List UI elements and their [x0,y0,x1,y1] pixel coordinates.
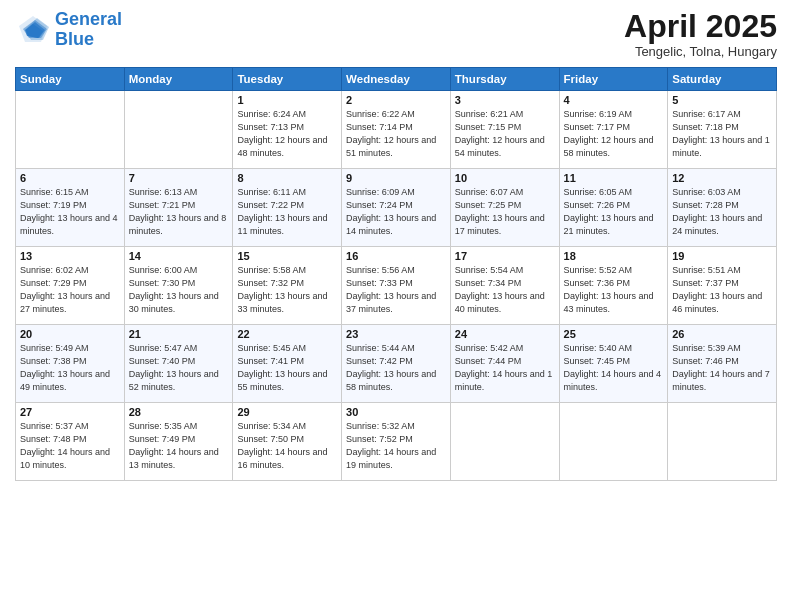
day-number: 12 [672,172,772,184]
calendar-cell: 26Sunrise: 5:39 AMSunset: 7:46 PMDayligh… [668,325,777,403]
calendar-cell: 27Sunrise: 5:37 AMSunset: 7:48 PMDayligh… [16,403,125,481]
calendar-cell: 3Sunrise: 6:21 AMSunset: 7:15 PMDaylight… [450,91,559,169]
title-block: April 2025 Tengelic, Tolna, Hungary [624,10,777,59]
day-number: 19 [672,250,772,262]
day-number: 11 [564,172,664,184]
day-number: 15 [237,250,337,262]
calendar-cell [16,91,125,169]
day-info: Sunrise: 6:19 AMSunset: 7:17 PMDaylight:… [564,108,664,160]
calendar-cell: 4Sunrise: 6:19 AMSunset: 7:17 PMDaylight… [559,91,668,169]
day-info: Sunrise: 5:42 AMSunset: 7:44 PMDaylight:… [455,342,555,394]
day-info: Sunrise: 5:45 AMSunset: 7:41 PMDaylight:… [237,342,337,394]
day-info: Sunrise: 6:03 AMSunset: 7:28 PMDaylight:… [672,186,772,238]
day-number: 21 [129,328,229,340]
calendar-cell: 16Sunrise: 5:56 AMSunset: 7:33 PMDayligh… [342,247,451,325]
calendar-cell: 5Sunrise: 6:17 AMSunset: 7:18 PMDaylight… [668,91,777,169]
day-info: Sunrise: 5:49 AMSunset: 7:38 PMDaylight:… [20,342,120,394]
day-info: Sunrise: 6:11 AMSunset: 7:22 PMDaylight:… [237,186,337,238]
col-thursday: Thursday [450,68,559,91]
day-number: 8 [237,172,337,184]
logo-line2: Blue [55,29,94,49]
day-number: 17 [455,250,555,262]
day-number: 27 [20,406,120,418]
calendar-cell: 19Sunrise: 5:51 AMSunset: 7:37 PMDayligh… [668,247,777,325]
day-number: 23 [346,328,446,340]
col-tuesday: Tuesday [233,68,342,91]
calendar-cell: 20Sunrise: 5:49 AMSunset: 7:38 PMDayligh… [16,325,125,403]
day-number: 9 [346,172,446,184]
day-number: 25 [564,328,664,340]
calendar-row-4: 20Sunrise: 5:49 AMSunset: 7:38 PMDayligh… [16,325,777,403]
calendar-cell: 7Sunrise: 6:13 AMSunset: 7:21 PMDaylight… [124,169,233,247]
day-info: Sunrise: 5:47 AMSunset: 7:40 PMDaylight:… [129,342,229,394]
day-info: Sunrise: 6:07 AMSunset: 7:25 PMDaylight:… [455,186,555,238]
day-number: 16 [346,250,446,262]
col-monday: Monday [124,68,233,91]
day-number: 5 [672,94,772,106]
day-info: Sunrise: 5:35 AMSunset: 7:49 PMDaylight:… [129,420,229,472]
calendar-cell: 15Sunrise: 5:58 AMSunset: 7:32 PMDayligh… [233,247,342,325]
col-wednesday: Wednesday [342,68,451,91]
day-info: Sunrise: 5:44 AMSunset: 7:42 PMDaylight:… [346,342,446,394]
day-info: Sunrise: 6:09 AMSunset: 7:24 PMDaylight:… [346,186,446,238]
calendar-cell: 9Sunrise: 6:09 AMSunset: 7:24 PMDaylight… [342,169,451,247]
logo-line1: General [55,9,122,29]
day-number: 18 [564,250,664,262]
calendar-cell: 29Sunrise: 5:34 AMSunset: 7:50 PMDayligh… [233,403,342,481]
day-info: Sunrise: 5:34 AMSunset: 7:50 PMDaylight:… [237,420,337,472]
day-number: 28 [129,406,229,418]
day-info: Sunrise: 5:54 AMSunset: 7:34 PMDaylight:… [455,264,555,316]
calendar-row-5: 27Sunrise: 5:37 AMSunset: 7:48 PMDayligh… [16,403,777,481]
day-number: 6 [20,172,120,184]
day-info: Sunrise: 5:51 AMSunset: 7:37 PMDaylight:… [672,264,772,316]
day-number: 4 [564,94,664,106]
day-info: Sunrise: 6:22 AMSunset: 7:14 PMDaylight:… [346,108,446,160]
day-info: Sunrise: 5:56 AMSunset: 7:33 PMDaylight:… [346,264,446,316]
calendar-row-1: 1Sunrise: 6:24 AMSunset: 7:13 PMDaylight… [16,91,777,169]
day-info: Sunrise: 6:24 AMSunset: 7:13 PMDaylight:… [237,108,337,160]
calendar-row-2: 6Sunrise: 6:15 AMSunset: 7:19 PMDaylight… [16,169,777,247]
day-info: Sunrise: 6:02 AMSunset: 7:29 PMDaylight:… [20,264,120,316]
calendar-cell: 23Sunrise: 5:44 AMSunset: 7:42 PMDayligh… [342,325,451,403]
calendar-cell: 18Sunrise: 5:52 AMSunset: 7:36 PMDayligh… [559,247,668,325]
location: Tengelic, Tolna, Hungary [624,44,777,59]
day-info: Sunrise: 5:40 AMSunset: 7:45 PMDaylight:… [564,342,664,394]
day-info: Sunrise: 5:58 AMSunset: 7:32 PMDaylight:… [237,264,337,316]
calendar-cell: 30Sunrise: 5:32 AMSunset: 7:52 PMDayligh… [342,403,451,481]
calendar-cell: 8Sunrise: 6:11 AMSunset: 7:22 PMDaylight… [233,169,342,247]
calendar-row-3: 13Sunrise: 6:02 AMSunset: 7:29 PMDayligh… [16,247,777,325]
calendar-cell: 2Sunrise: 6:22 AMSunset: 7:14 PMDaylight… [342,91,451,169]
page: General Blue April 2025 Tengelic, Tolna,… [0,0,792,612]
day-number: 7 [129,172,229,184]
logo-icon [15,12,51,48]
day-info: Sunrise: 5:37 AMSunset: 7:48 PMDaylight:… [20,420,120,472]
day-number: 2 [346,94,446,106]
calendar-cell: 12Sunrise: 6:03 AMSunset: 7:28 PMDayligh… [668,169,777,247]
calendar-cell: 21Sunrise: 5:47 AMSunset: 7:40 PMDayligh… [124,325,233,403]
day-info: Sunrise: 5:52 AMSunset: 7:36 PMDaylight:… [564,264,664,316]
day-info: Sunrise: 5:32 AMSunset: 7:52 PMDaylight:… [346,420,446,472]
day-number: 13 [20,250,120,262]
calendar-cell [450,403,559,481]
calendar-cell [559,403,668,481]
calendar-table: Sunday Monday Tuesday Wednesday Thursday… [15,67,777,481]
calendar-cell: 25Sunrise: 5:40 AMSunset: 7:45 PMDayligh… [559,325,668,403]
day-number: 26 [672,328,772,340]
calendar-cell: 22Sunrise: 5:45 AMSunset: 7:41 PMDayligh… [233,325,342,403]
day-number: 24 [455,328,555,340]
calendar-cell: 1Sunrise: 6:24 AMSunset: 7:13 PMDaylight… [233,91,342,169]
calendar-cell [124,91,233,169]
day-info: Sunrise: 6:17 AMSunset: 7:18 PMDaylight:… [672,108,772,160]
calendar-cell: 28Sunrise: 5:35 AMSunset: 7:49 PMDayligh… [124,403,233,481]
header: General Blue April 2025 Tengelic, Tolna,… [15,10,777,59]
logo: General Blue [15,10,122,50]
month-title: April 2025 [624,10,777,42]
calendar-cell [668,403,777,481]
day-number: 29 [237,406,337,418]
header-row: Sunday Monday Tuesday Wednesday Thursday… [16,68,777,91]
day-info: Sunrise: 6:21 AMSunset: 7:15 PMDaylight:… [455,108,555,160]
day-number: 22 [237,328,337,340]
day-info: Sunrise: 6:05 AMSunset: 7:26 PMDaylight:… [564,186,664,238]
calendar-cell: 13Sunrise: 6:02 AMSunset: 7:29 PMDayligh… [16,247,125,325]
calendar-cell: 11Sunrise: 6:05 AMSunset: 7:26 PMDayligh… [559,169,668,247]
